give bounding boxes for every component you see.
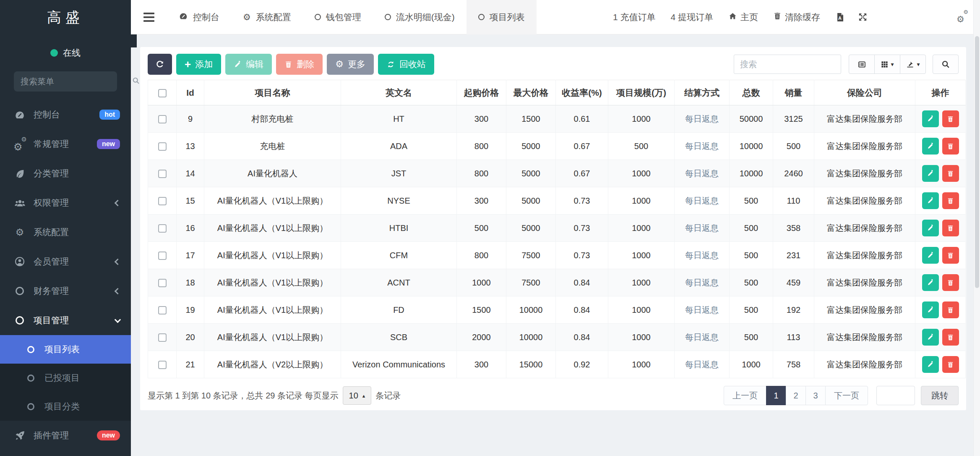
circle-icon bbox=[385, 14, 391, 20]
delete-button[interactable]: 删除 bbox=[276, 54, 323, 75]
row-checkbox[interactable] bbox=[158, 252, 167, 260]
row-checkbox[interactable] bbox=[158, 115, 167, 123]
refresh-button[interactable] bbox=[148, 54, 172, 75]
row-edit-button[interactable] bbox=[922, 274, 939, 291]
page-3-button[interactable]: 3 bbox=[805, 386, 826, 405]
col-total[interactable]: 总数 bbox=[730, 80, 773, 105]
new-badge: new bbox=[97, 430, 120, 440]
recycle-bin-button[interactable]: 回收站 bbox=[378, 54, 434, 75]
search-icon bbox=[132, 76, 140, 86]
table-search-input[interactable] bbox=[734, 55, 841, 74]
sidebar-item-invested-projects[interactable]: 已投项目 bbox=[0, 364, 131, 392]
more-button[interactable]: ⚙ 更多 bbox=[327, 54, 374, 75]
sidebar-item-member[interactable]: 会员管理 bbox=[0, 247, 131, 276]
row-checkbox[interactable] bbox=[158, 170, 167, 178]
select-all-checkbox[interactable] bbox=[158, 89, 167, 97]
col-sales[interactable]: 销量 bbox=[773, 80, 814, 105]
sidebar-item-general[interactable]: ⚙⚙ 常规管理 new bbox=[0, 129, 131, 159]
add-button[interactable]: + 添加 bbox=[176, 54, 221, 75]
withdraw-orders-link[interactable]: 4 提现订单 bbox=[670, 11, 713, 23]
row-edit-button[interactable] bbox=[922, 110, 939, 127]
clear-cache-link[interactable]: 清除缓存 bbox=[773, 11, 820, 23]
row-edit-button[interactable] bbox=[922, 192, 939, 209]
tab-cash-flow[interactable]: 流水明细(现金) bbox=[373, 0, 467, 34]
row-delete-button[interactable] bbox=[942, 356, 959, 373]
new-badge: new bbox=[97, 139, 120, 149]
sidebar-item-dashboard[interactable]: 控制台 hot bbox=[0, 100, 131, 129]
row-edit-button[interactable] bbox=[922, 247, 939, 264]
dashboard-icon bbox=[179, 11, 188, 23]
sidebar-item-auth[interactable]: 权限管理 bbox=[0, 188, 131, 218]
row-checkbox[interactable] bbox=[158, 361, 167, 369]
row-checkbox[interactable] bbox=[158, 224, 167, 233]
tab-wallet[interactable]: 钱包管理 bbox=[303, 0, 373, 34]
prev-page-button[interactable]: 上一页 bbox=[724, 386, 766, 405]
jump-button[interactable]: 跳转 bbox=[921, 386, 959, 405]
settings-cogs-icon[interactable]: ⚙⚙ bbox=[957, 11, 967, 24]
edit-button[interactable]: 编辑 bbox=[225, 54, 272, 75]
fullscreen-icon[interactable] bbox=[858, 12, 868, 22]
jump-page-input[interactable] bbox=[876, 386, 915, 405]
row-checkbox[interactable] bbox=[158, 142, 167, 151]
col-min-price[interactable]: 起购价格 bbox=[457, 80, 506, 105]
row-edit-button[interactable] bbox=[922, 138, 939, 155]
row-delete-button[interactable] bbox=[942, 192, 959, 209]
row-delete-button[interactable] bbox=[942, 110, 959, 127]
col-settle[interactable]: 结算方式 bbox=[675, 80, 730, 105]
sidebar-item-category[interactable]: 分类管理 bbox=[0, 159, 131, 188]
row-delete-button[interactable] bbox=[942, 329, 959, 346]
col-rate[interactable]: 收益率(%) bbox=[556, 80, 608, 105]
row-checkbox[interactable] bbox=[158, 333, 167, 342]
sidebar-item-project[interactable]: 项目管理 bbox=[0, 306, 131, 335]
sidebar-item-project-category[interactable]: 项目分类 bbox=[0, 392, 131, 421]
search-button[interactable] bbox=[933, 55, 959, 74]
row-checkbox[interactable] bbox=[158, 306, 167, 314]
page-2-button[interactable]: 2 bbox=[786, 386, 806, 405]
columns-button[interactable]: ▾ bbox=[874, 55, 900, 74]
col-id[interactable]: Id bbox=[177, 80, 204, 105]
menu-search-input[interactable] bbox=[21, 77, 132, 86]
table-header-row: Id 项目名称 英文名 起购价格 最大价格 收益率(%) 项目规模(万) 结算方… bbox=[148, 80, 966, 105]
row-actions bbox=[915, 215, 966, 242]
tab-project-list[interactable]: 项目列表 bbox=[467, 0, 537, 34]
export-button[interactable]: ▾ bbox=[900, 55, 926, 74]
row-delete-button[interactable] bbox=[942, 301, 959, 318]
language-icon[interactable]: A bbox=[835, 12, 845, 22]
col-max-price[interactable]: 最大价格 bbox=[506, 80, 556, 105]
row-edit-button[interactable] bbox=[922, 165, 939, 182]
next-page-button[interactable]: 下一页 bbox=[825, 386, 868, 405]
detail-view-button[interactable] bbox=[849, 55, 875, 74]
row-edit-button[interactable] bbox=[922, 329, 939, 346]
home-link[interactable]: 主页 bbox=[728, 11, 758, 23]
row-checkbox[interactable] bbox=[158, 197, 167, 205]
page-size-dropdown[interactable]: 10 ▴ bbox=[343, 386, 372, 405]
col-insurer[interactable]: 保险公司 bbox=[814, 80, 915, 105]
scrollbar[interactable] bbox=[973, 0, 980, 456]
tab-sysconfig[interactable]: ⚙ 系统配置 bbox=[231, 0, 303, 34]
gear-icon: ⚙ bbox=[243, 13, 251, 21]
row-checkbox[interactable] bbox=[158, 279, 167, 287]
table-row: 16AI量化机器人（V1以上限购）HTBI 50050000.73 1000每日… bbox=[148, 215, 966, 242]
hamburger-menu-icon[interactable] bbox=[131, 13, 167, 22]
row-delete-button[interactable] bbox=[942, 274, 959, 291]
row-delete-button[interactable] bbox=[942, 220, 959, 236]
row-edit-button[interactable] bbox=[922, 356, 939, 373]
row-delete-button[interactable] bbox=[942, 247, 959, 264]
sidebar-item-project-list[interactable]: 项目列表 bbox=[0, 335, 131, 364]
sidebar-item-plugins[interactable]: 插件管理 new bbox=[0, 421, 131, 450]
col-scale[interactable]: 项目规模(万) bbox=[608, 80, 675, 105]
row-edit-button[interactable] bbox=[922, 301, 939, 318]
col-name[interactable]: 项目名称 bbox=[204, 80, 341, 105]
page-1-button[interactable]: 1 bbox=[766, 386, 786, 405]
col-actions: 操作 bbox=[915, 80, 966, 105]
row-edit-button[interactable] bbox=[922, 220, 939, 236]
row-delete-button[interactable] bbox=[942, 138, 959, 155]
col-en-name[interactable]: 英文名 bbox=[341, 80, 457, 105]
recharge-orders-link[interactable]: 1 充值订单 bbox=[613, 11, 656, 23]
row-delete-button[interactable] bbox=[942, 165, 959, 182]
tab-dashboard[interactable]: 控制台 bbox=[167, 0, 231, 34]
scrollbar-thumb[interactable] bbox=[975, 36, 979, 288]
sidebar-item-sysconfig[interactable]: ⚙ 系统配置 bbox=[0, 218, 131, 247]
hot-badge: hot bbox=[99, 110, 120, 120]
sidebar-item-finance[interactable]: 财务管理 bbox=[0, 276, 131, 306]
